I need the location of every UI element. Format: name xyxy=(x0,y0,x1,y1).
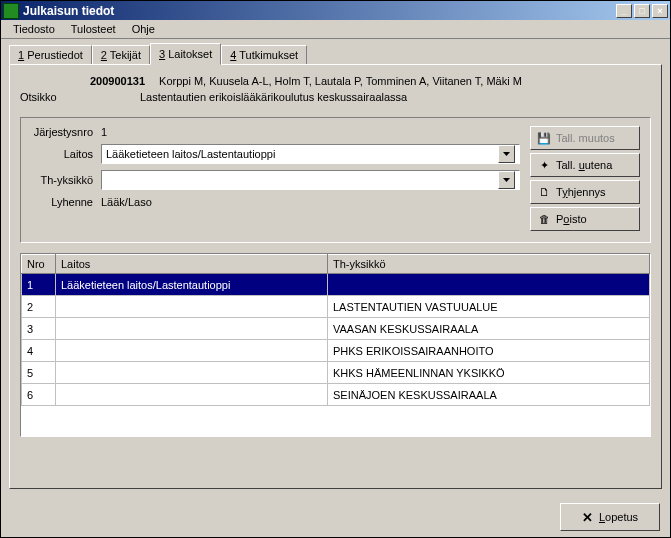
col-nro[interactable]: Nro xyxy=(22,255,56,274)
menu-tulosteet[interactable]: Tulosteet xyxy=(63,21,124,37)
authors: Korppi M, Kuusela A-L, Holm T, Lautala P… xyxy=(159,75,522,87)
cell-thyk: KHKS HÄMEENLINNAN YKSIKKÖ xyxy=(328,362,650,384)
chevron-down-icon[interactable] xyxy=(498,145,515,163)
cell-laitos xyxy=(56,318,328,340)
table-row[interactable]: 6SEINÄJOEN KESKUSSAIRAALA xyxy=(22,384,650,406)
cell-nro: 3 xyxy=(22,318,56,340)
jarjestysnro-label: Järjestysnro xyxy=(31,126,101,138)
cell-thyk: PHKS ERIKOISSAIRAANHOITO xyxy=(328,340,650,362)
save-icon: 💾 xyxy=(537,132,551,145)
table-row[interactable]: 3VAASAN KESKUSSAIRAALA xyxy=(22,318,650,340)
cell-laitos xyxy=(56,296,328,318)
menu-ohje[interactable]: Ohje xyxy=(124,21,163,37)
cell-laitos xyxy=(56,384,328,406)
close-button[interactable]: × xyxy=(652,4,668,18)
cell-thyk: VAASAN KESKUSSAIRAALA xyxy=(328,318,650,340)
tab-content: 200900131 Korppi M, Kuusela A-L, Holm T,… xyxy=(9,64,662,489)
jarjestysnro-value: 1 xyxy=(101,126,107,138)
tab-perustiedot[interactable]: 1 Perustiedot xyxy=(9,45,92,64)
menubar: Tiedosto Tulosteet Ohje xyxy=(1,20,670,39)
maximize-button[interactable]: □ xyxy=(634,4,650,18)
form-area: Järjestysnro 1 Laitos Lääketieteen laito… xyxy=(20,117,651,243)
header-row2: Otsikko Lastentautien erikoislääkärikoul… xyxy=(20,91,651,103)
laitokset-table: Nro Laitos Th-yksikkö 1Lääketieteen lait… xyxy=(21,254,650,406)
cell-nro: 1 xyxy=(22,274,56,296)
thyksikko-dropdown[interactable] xyxy=(101,170,520,190)
otsikko-value: Lastentautien erikoislääkärikoulutus kes… xyxy=(140,91,407,103)
footer: ✕ Lopetus xyxy=(1,497,670,537)
table-wrapper: Nro Laitos Th-yksikkö 1Lääketieteen lait… xyxy=(20,253,651,437)
table-row[interactable]: 5KHKS HÄMEENLINNAN YKSIKKÖ xyxy=(22,362,650,384)
cell-laitos xyxy=(56,362,328,384)
cell-thyk: SEINÄJOEN KESKUSSAIRAALA xyxy=(328,384,650,406)
laitos-label: Laitos xyxy=(31,148,101,160)
document-icon: 🗋 xyxy=(537,186,551,198)
close-icon: ✕ xyxy=(582,510,593,525)
cell-laitos xyxy=(56,340,328,362)
table-row[interactable]: 4PHKS ERIKOISSAIRAANHOITO xyxy=(22,340,650,362)
tall-muutos-button[interactable]: 💾 Tall. muutos xyxy=(530,126,640,150)
app-window: Julkaisun tiedot _ □ × Tiedosto Tulostee… xyxy=(0,0,671,538)
tab-strip: 1 Perustiedot 2 Tekijät 3 Laitokset 4 Tu… xyxy=(9,43,662,64)
laitos-dropdown[interactable]: Lääketieteen laitos/Lastentautioppi xyxy=(101,144,520,164)
app-icon xyxy=(3,3,19,19)
tall-uutena-button[interactable]: ✦ Tall. uutena xyxy=(530,153,640,177)
cell-laitos: Lääketieteen laitos/Lastentautioppi xyxy=(56,274,328,296)
tab-tutkimukset[interactable]: 4 Tutkimukset xyxy=(221,45,307,64)
minimize-button[interactable]: _ xyxy=(616,4,632,18)
content-area: 1 Perustiedot 2 Tekijät 3 Laitokset 4 Tu… xyxy=(1,39,670,497)
cell-nro: 5 xyxy=(22,362,56,384)
table-row[interactable]: 2LASTENTAUTIEN VASTUUALUE xyxy=(22,296,650,318)
tab-tekijat[interactable]: 2 Tekijät xyxy=(92,45,150,64)
menu-tiedosto[interactable]: Tiedosto xyxy=(5,21,63,37)
cell-thyk xyxy=(328,274,650,296)
titlebar: Julkaisun tiedot _ □ × xyxy=(1,1,670,20)
lyhenne-label: Lyhenne xyxy=(31,196,101,208)
header-row1: 200900131 Korppi M, Kuusela A-L, Holm T,… xyxy=(20,75,651,87)
cell-thyk: LASTENTAUTIEN VASTUUALUE xyxy=(328,296,650,318)
trash-icon: 🗑 xyxy=(537,213,551,225)
cell-nro: 2 xyxy=(22,296,56,318)
table-row[interactable]: 1Lääketieteen laitos/Lastentautioppi xyxy=(22,274,650,296)
thyksikko-label: Th-yksikkö xyxy=(31,174,101,186)
cell-nro: 4 xyxy=(22,340,56,362)
poisto-button[interactable]: 🗑 Poisto xyxy=(530,207,640,231)
tab-laitokset[interactable]: 3 Laitokset xyxy=(150,43,221,65)
record-id: 200900131 xyxy=(90,75,145,87)
lyhenne-value: Lääk/Laso xyxy=(101,196,152,208)
chevron-down-icon[interactable] xyxy=(498,171,515,189)
sparkle-icon: ✦ xyxy=(537,159,551,172)
laitos-dropdown-value: Lääketieteen laitos/Lastentautioppi xyxy=(106,148,275,160)
lopetus-button[interactable]: ✕ Lopetus xyxy=(560,503,660,531)
button-column: 💾 Tall. muutos ✦ Tall. uutena 🗋 Tyhjenny… xyxy=(530,126,640,234)
cell-nro: 6 xyxy=(22,384,56,406)
window-title: Julkaisun tiedot xyxy=(23,4,614,18)
tyhjennys-button[interactable]: 🗋 Tyhjennys xyxy=(530,180,640,204)
otsikko-label: Otsikko xyxy=(20,91,80,103)
form-fields: Järjestysnro 1 Laitos Lääketieteen laito… xyxy=(31,126,520,234)
col-thyksikko[interactable]: Th-yksikkö xyxy=(328,255,650,274)
col-laitos[interactable]: Laitos xyxy=(56,255,328,274)
